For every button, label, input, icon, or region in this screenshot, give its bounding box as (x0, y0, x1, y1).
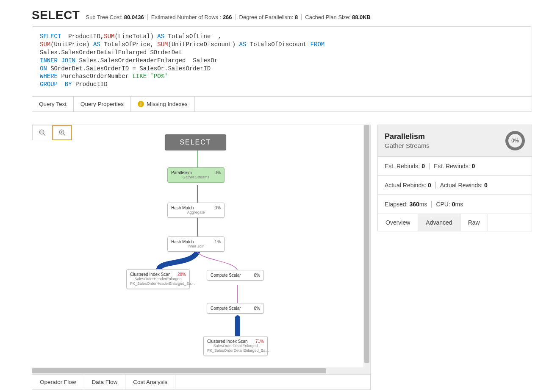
meta-value: 266 (223, 14, 232, 20)
page-title: SELECT (32, 8, 80, 22)
plan-node-clustered-index-scan-detail[interactable]: Clustered Index Scan 71% SalesOrderDetai… (203, 336, 268, 356)
zoom-in-icon (58, 129, 66, 136)
node-title: Clustered Index Scan (130, 272, 171, 277)
meta-label: Sub Tree Cost: (86, 14, 122, 20)
svg-line-1 (43, 133, 45, 136)
detail-row-act-rebinds: Actual Rebinds: 0 Actual Rewinds: 0 (378, 175, 532, 195)
plan-node-hash-join[interactable]: Hash Match 1% Inner Join (167, 236, 225, 252)
tab-cost-analysis[interactable]: Cost Analysis (125, 375, 175, 389)
tab-label: Missing Indexes (147, 101, 188, 107)
node-title: Compute Scalar (211, 273, 241, 278)
node-subtitle: Inner Join (171, 245, 221, 249)
meta-value: 80.0436 (124, 14, 144, 20)
tab-raw[interactable]: Raw (460, 214, 488, 231)
tab-query-properties[interactable]: Query Properties (74, 97, 131, 111)
plan-meta: Sub Tree Cost: 80.0436 Estimated Number … (83, 14, 374, 20)
query-panel: SELECT ProductID,SUM(LineTotal) AS Total… (32, 26, 532, 112)
plan-node-parallelism[interactable]: Parallelism 0% Gather Streams (167, 167, 225, 183)
plan-node-select[interactable]: SELECT (165, 134, 226, 150)
node-cost: 71% (255, 339, 264, 344)
node-subtitle: SalesOrderDetailEnlarged (207, 344, 264, 348)
value: 360 (409, 201, 419, 208)
node-detail-panel: Parallelism Gather Streams 0% Est. Rebin… (377, 125, 532, 231)
node-title: Hash Match (171, 206, 194, 210)
horizontal-scrollbar[interactable] (32, 367, 370, 374)
node-cost: 0% (215, 206, 221, 210)
node-cost: 1% (215, 239, 221, 244)
plan-header: SELECT Sub Tree Cost: 80.0436 Estimated … (32, 8, 541, 22)
scrollbar-thumb[interactable] (32, 368, 326, 373)
value: 0 (471, 163, 475, 170)
warning-icon: ! (138, 101, 144, 107)
value: 0 (428, 182, 431, 189)
unit: ms (419, 201, 427, 208)
value: 0 (452, 201, 455, 208)
node-cost: 28% (177, 272, 186, 277)
zoom-out-icon (39, 129, 46, 136)
tab-query-text[interactable]: Query Text (32, 97, 74, 111)
tab-operator-flow[interactable]: Operator Flow (32, 375, 84, 389)
label: Est. Rewinds: (434, 163, 470, 170)
query-tabs: Query Text Query Properties ! Missing In… (32, 96, 532, 111)
plan-view-tabs: Operator Flow Data Flow Cost Analysis (32, 375, 371, 390)
plan-node-compute-scalar-1[interactable]: Compute Scalar 0% (207, 270, 264, 281)
plan-node-clustered-index-scan-header[interactable]: Clustered Index Scan 28% SalesOrderHeade… (126, 269, 190, 289)
plan-node-compute-scalar-2[interactable]: Compute Scalar 0% (207, 303, 264, 314)
label: Elapsed: (385, 201, 408, 208)
node-subtitle: Gather Streams (171, 175, 221, 180)
label: Actual Rewinds: (440, 182, 482, 189)
meta-value: 88.0KB (352, 14, 371, 20)
zoom-in-button[interactable] (52, 125, 72, 140)
node-title: Clustered Index Scan (207, 339, 248, 344)
tab-advanced[interactable]: Advanced (418, 214, 460, 231)
node-cost: 0% (254, 273, 260, 278)
meta-label: Estimated Number of Rows : (151, 14, 221, 20)
node-cost: 0% (254, 306, 260, 311)
node-subtitle: Aggregate (171, 211, 221, 215)
node-subtitle: PK_SalesOrderHeaderEnlarged_Sa… (130, 282, 186, 286)
detail-title: Parallelism (385, 132, 430, 141)
detail-tabs: Overview Advanced Raw (378, 214, 532, 231)
value: 0 (484, 182, 488, 189)
plan-diagram[interactable]: SELECT Parallelism 0% Gather Streams Has… (32, 125, 371, 375)
meta-label: Degree of Parallelism: (239, 14, 294, 20)
tab-overview[interactable]: Overview (378, 214, 418, 231)
meta-label: Cached Plan Size: (305, 14, 350, 20)
cost-ring: 0% (505, 131, 525, 150)
node-title: Parallelism (171, 170, 192, 175)
tab-data-flow[interactable]: Data Flow (84, 375, 126, 389)
node-title: Hash Match (171, 239, 194, 244)
node-subtitle: SalesOrderHeaderEnlarged (130, 277, 186, 281)
detail-row-est-rebinds: Est. Rebinds: 0 Est. Rewinds: 0 (378, 156, 532, 175)
meta-value: 8 (295, 14, 298, 20)
detail-subtitle: Gather Streams (385, 142, 430, 149)
scrollbar-thumb[interactable] (364, 125, 369, 363)
query-text[interactable]: SELECT ProductID,SUM(LineTotal) AS Total… (32, 27, 532, 96)
node-cost: 0% (215, 170, 221, 175)
unit: ms (455, 201, 463, 208)
label: Est. Rebinds: (385, 163, 420, 170)
zoom-out-button[interactable] (32, 125, 52, 140)
value: 0 (421, 163, 425, 170)
plan-node-hash-aggregate[interactable]: Hash Match 0% Aggregate (167, 203, 225, 218)
detail-row-timing: Elapsed: 360ms CPU: 0ms (378, 195, 532, 214)
label: Actual Rebinds: (385, 182, 426, 189)
node-title: Compute Scalar (211, 306, 241, 311)
node-subtitle: PK_SalesOrderDetailEnlarged_Sa… (207, 349, 264, 353)
label: CPU: (436, 201, 450, 208)
svg-line-4 (63, 133, 65, 136)
tab-missing-indexes[interactable]: ! Missing Indexes (131, 97, 195, 111)
vertical-scrollbar[interactable] (363, 125, 370, 367)
